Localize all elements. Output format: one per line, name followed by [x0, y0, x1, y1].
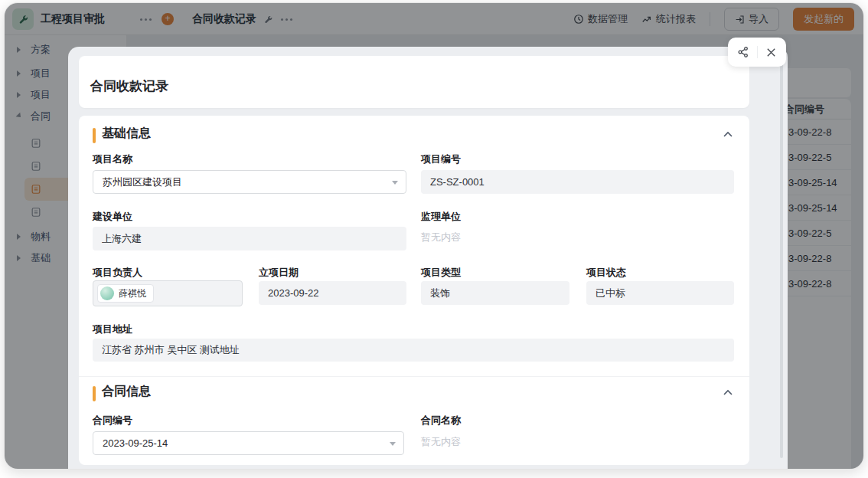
select-caret-icon [392, 181, 398, 185]
section-accent-bar [93, 128, 96, 143]
builder-value: 上海六建 [93, 227, 406, 250]
address-value: 江苏省 苏州市 吴中区 测试地址 [93, 339, 734, 362]
builder-label: 建设单位 [93, 210, 132, 224]
project-no-value: ZS-SZ-0001 [421, 170, 734, 194]
record-detail-modal: 合同收款记录 基础信息 项目名称 项目编号 苏州园区建设项目 ZS-SZ-000… [68, 47, 788, 469]
modal-title: 合同收款记录 [90, 77, 168, 95]
modal-scrollbar[interactable] [780, 57, 783, 458]
section-divider [79, 376, 749, 377]
supervisor-empty-value: 暂无内容 [421, 231, 461, 244]
manager-label: 项目负责人 [93, 266, 142, 280]
status-value: 已中标 [586, 281, 734, 305]
supervisor-label: 监理单位 [421, 210, 461, 224]
contract-name-label: 合同名称 [421, 414, 461, 427]
contract-no-label: 合同编号 [93, 414, 132, 427]
person-name: 薛祺悦 [119, 287, 146, 300]
select-caret-icon [390, 442, 396, 446]
section-title-contract: 合同信息 [102, 384, 151, 400]
contract-name-empty-value: 暂无内容 [421, 435, 461, 449]
modal-actions [728, 38, 786, 67]
manager-field[interactable]: 薛祺悦 [93, 280, 243, 306]
close-icon [765, 47, 777, 58]
avatar [100, 286, 114, 300]
collapse-section-icon[interactable] [722, 387, 734, 399]
type-value: 装饰 [421, 281, 569, 305]
person-chip: 薛祺悦 [97, 284, 154, 303]
modal-form-card: 基础信息 项目名称 项目编号 苏州园区建设项目 ZS-SZ-0001 建设单位 … [79, 116, 749, 465]
modal-title-card: 合同收款记录 [79, 56, 749, 108]
status-label: 项目状态 [586, 266, 626, 280]
app-window: 工程项目审批 + 合同收款记录 数据管理 [4, 2, 864, 470]
type-label: 项目类型 [421, 266, 461, 280]
section-accent-bar [93, 386, 96, 401]
section-title-basic: 基础信息 [102, 126, 151, 142]
gradient-band [79, 56, 749, 73]
project-name-label: 项目名称 [93, 152, 132, 166]
date-label: 立项日期 [259, 266, 299, 280]
project-no-label: 项目编号 [421, 152, 461, 166]
project-name-select[interactable]: 苏州园区建设项目 [93, 170, 406, 194]
address-label: 项目地址 [93, 322, 132, 336]
close-button[interactable] [763, 44, 780, 61]
share-icon [737, 46, 749, 58]
pill-divider [757, 46, 758, 58]
date-value: 2023-09-22 [259, 281, 406, 305]
collapse-section-icon[interactable] [722, 129, 734, 141]
contract-no-select[interactable]: 2023-09-25-14 [93, 431, 404, 455]
share-button[interactable] [735, 44, 752, 61]
